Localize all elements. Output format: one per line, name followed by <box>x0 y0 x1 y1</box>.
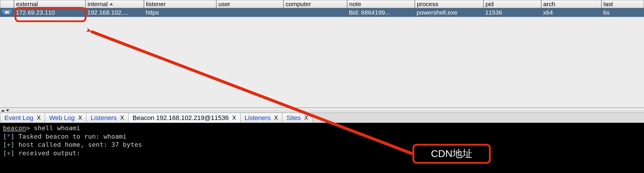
svg-rect-0 <box>5 11 9 13</box>
tab-label: Listeners <box>90 114 116 122</box>
sort-asc-icon <box>109 3 113 5</box>
console-line: Tasked beacon to run: whoami <box>18 133 127 140</box>
svg-rect-1 <box>4 13 10 14</box>
console-prompt: beacon <box>3 124 26 132</box>
cell-user <box>216 8 283 17</box>
console-command: shell whoami <box>34 124 80 132</box>
beacon-type-icon <box>0 8 14 17</box>
tab-event-log[interactable]: Event Log X <box>0 113 45 123</box>
chevron-up-icon <box>1 110 5 112</box>
column-header-listener[interactable]: listener <box>144 0 216 8</box>
column-label: process <box>417 1 438 8</box>
cell-note: Bid: 6864199... <box>347 8 415 17</box>
column-label: note <box>349 1 361 8</box>
close-icon[interactable]: X <box>120 114 124 121</box>
column-header-last[interactable]: last <box>601 0 644 8</box>
table-header-row: external internal listener user computer… <box>0 0 644 8</box>
column-label: pid <box>485 1 494 8</box>
column-label: last <box>603 1 613 8</box>
close-icon[interactable]: X <box>232 114 236 121</box>
cell-pid: 11536 <box>483 8 541 17</box>
tab-listeners[interactable]: Listeners X <box>86 113 128 123</box>
column-label: user <box>218 1 230 8</box>
close-icon[interactable]: X <box>304 114 308 121</box>
beacon-console[interactable]: beacon> shell whoami [*] Tasked beacon t… <box>0 123 644 173</box>
column-header-arch[interactable]: arch <box>541 0 601 8</box>
cell-process: powershell.exe <box>415 8 483 17</box>
column-header-computer[interactable]: computer <box>283 0 347 8</box>
chevron-down-icon <box>6 110 9 112</box>
column-header-internal[interactable]: internal <box>86 0 144 8</box>
tab-label: Sites <box>286 114 301 122</box>
tab-label: Listeners <box>245 114 271 122</box>
column-label: external <box>16 1 38 8</box>
cell-listener: https <box>144 8 216 17</box>
column-label: listener <box>146 1 166 8</box>
column-header-note[interactable]: note <box>347 0 415 8</box>
column-header-external[interactable]: external <box>14 0 86 8</box>
close-icon[interactable]: X <box>78 114 82 121</box>
console-line: received output: <box>18 149 80 157</box>
prompt-symbol: > <box>26 124 30 132</box>
tab-label: Web Log <box>49 114 75 122</box>
column-header-process[interactable]: process <box>415 0 483 8</box>
table-row[interactable]: 172.69.23.110 192.168.102.... https Bid:… <box>0 8 644 17</box>
close-icon[interactable]: X <box>37 114 41 121</box>
tab-label: Event Log <box>4 114 33 122</box>
column-label: internal <box>88 1 108 8</box>
cell-external: 172.69.23.110 <box>14 8 86 17</box>
computer-icon <box>2 9 12 16</box>
column-header-user[interactable]: user <box>216 0 283 8</box>
tab-beacon[interactable]: Beacon 192.168.102.219@11536 X <box>128 113 241 123</box>
cell-internal: 192.168.102.... <box>86 8 144 17</box>
column-label: computer <box>286 1 311 8</box>
cell-last: 6s <box>601 8 644 17</box>
beacons-table: external internal listener user computer… <box>0 0 644 108</box>
tab-sites[interactable]: Sites X <box>282 113 312 123</box>
column-header-icon[interactable] <box>0 0 14 8</box>
cell-computer <box>283 8 347 17</box>
tab-web-log[interactable]: Web Log X <box>45 113 86 123</box>
tab-label: Beacon 192.168.102.219@11536 <box>133 114 229 122</box>
cell-arch: x64 <box>541 8 601 17</box>
column-label: arch <box>543 1 555 8</box>
pane-splitter[interactable] <box>0 108 644 113</box>
tabs-bar: Event Log X Web Log X Listeners X Beacon… <box>0 113 644 123</box>
close-icon[interactable]: X <box>274 114 278 121</box>
column-header-pid[interactable]: pid <box>483 0 541 8</box>
tab-listeners-2[interactable]: Listeners X <box>240 113 283 123</box>
console-line: host called home, sent: 37 bytes <box>18 141 142 148</box>
